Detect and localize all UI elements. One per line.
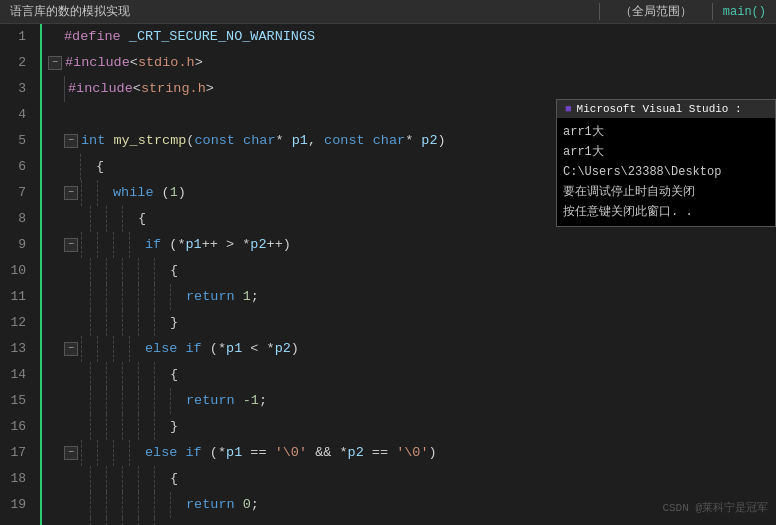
code-line-17: − else if ( * p1 == '\0' && * p2 == '\0'… (48, 440, 776, 466)
code-line-18: { (48, 466, 776, 492)
line-num-7: 7 (0, 180, 32, 206)
main-func-label: main() (713, 5, 776, 19)
line-num-3: 3 (0, 76, 32, 102)
csdn-watermark: CSDN @莱科宁是冠军 (662, 500, 768, 515)
code-line-14: { (48, 362, 776, 388)
code-line-11: return 1 ; (48, 284, 776, 310)
scope-label: （全局范围） (599, 3, 713, 20)
fold-icon-2[interactable]: − (48, 56, 62, 70)
line-num-2: 2 (0, 50, 32, 76)
output-popup-title-text: Microsoft Visual Studio : (577, 103, 742, 115)
fold-icon-17[interactable]: − (64, 446, 78, 460)
line-num-10: 10 (0, 258, 32, 284)
code-line-20: } (48, 518, 776, 525)
line-num-6: 6 (0, 154, 32, 180)
line-num-19: 19 (0, 492, 32, 518)
code-line-10: { (48, 258, 776, 284)
line-num-14: 14 (0, 362, 32, 388)
line-numbers: 1 2 3 4 5 6 7 8 9 10 11 12 13 14 15 16 1… (0, 24, 42, 525)
code-line-1: #define _CRT_SECURE_NO_WARNINGS (48, 24, 776, 50)
vs-icon: ■ (565, 103, 572, 115)
output-line-1: arr1大 (563, 122, 769, 142)
line-num-13: 13 (0, 336, 32, 362)
line-num-20: 20 (0, 518, 32, 525)
output-line-3: C:\Users\23388\Desktop (563, 162, 769, 182)
output-line-2: arr1大 (563, 142, 769, 162)
output-line-4: 要在调试停止时自动关闭 (563, 182, 769, 202)
fold-icon-7[interactable]: − (64, 186, 78, 200)
line-num-17: 17 (0, 440, 32, 466)
top-bar: 语言库的数的模拟实现 （全局范围） main() (0, 0, 776, 24)
line-num-5: 5 (0, 128, 32, 154)
fold-icon-9[interactable]: − (64, 238, 78, 252)
code-line-2: − #include < stdio.h > (48, 50, 776, 76)
editor-area: 1 2 3 4 5 6 7 8 9 10 11 12 13 14 15 16 1… (0, 24, 776, 525)
line-num-8: 8 (0, 206, 32, 232)
fold-icon-13[interactable]: − (64, 342, 78, 356)
code-line-9: − if ( * p1 ++ > * p2 ++ ) (48, 232, 776, 258)
line-num-18: 18 (0, 466, 32, 492)
code-line-15: return -1 ; (48, 388, 776, 414)
fold-icon-5[interactable]: − (64, 134, 78, 148)
code-line-13: − else if ( * p1 < * p2 ) (48, 336, 776, 362)
line-num-9: 9 (0, 232, 32, 258)
line-num-15: 15 (0, 388, 32, 414)
file-title: 语言库的数的模拟实现 (0, 3, 599, 20)
line-num-16: 16 (0, 414, 32, 440)
line-num-4: 4 (0, 102, 32, 128)
output-line-5: 按任意键关闭此窗口. . (563, 202, 769, 222)
output-popup-title: ■ Microsoft Visual Studio : (557, 100, 775, 118)
line-num-1: 1 (0, 24, 32, 50)
output-popup: ■ Microsoft Visual Studio : arr1大 arr1大 … (556, 99, 776, 227)
code-line-12: } (48, 310, 776, 336)
output-popup-body: arr1大 arr1大 C:\Users\23388\Desktop 要在调试停… (557, 118, 775, 226)
line-num-11: 11 (0, 284, 32, 310)
code-line-16: } (48, 414, 776, 440)
line-num-12: 12 (0, 310, 32, 336)
